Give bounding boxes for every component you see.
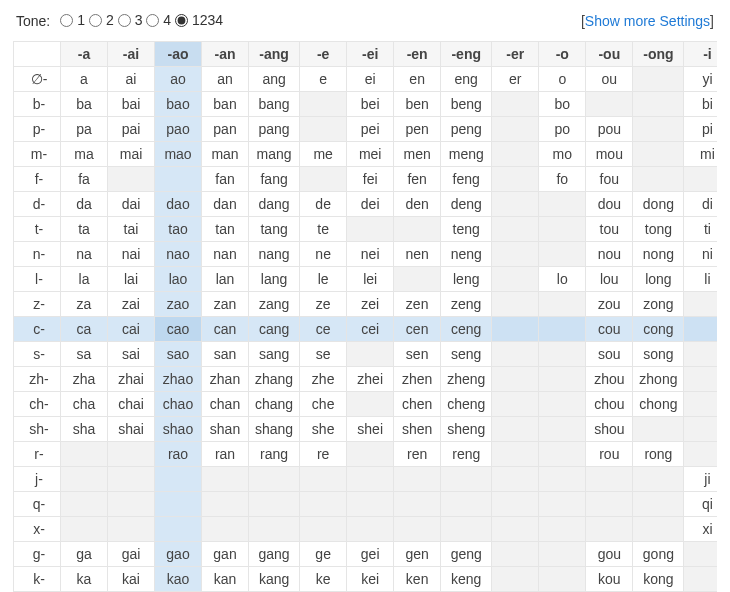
row-header[interactable]: p- [14,116,61,141]
syllable-cell[interactable]: nou [586,241,633,266]
syllable-cell[interactable]: sa [61,341,108,366]
syllable-cell[interactable]: lou [586,266,633,291]
syllable-cell[interactable]: sou [586,341,633,366]
syllable-cell[interactable]: se [300,341,347,366]
col-header[interactable]: -an [202,41,249,66]
syllable-cell[interactable]: tong [633,216,684,241]
syllable-cell[interactable]: bang [249,91,300,116]
syllable-cell[interactable]: bo [539,91,586,116]
syllable-cell[interactable]: nai [108,241,155,266]
syllable-cell[interactable]: zhong [633,366,684,391]
tone-radio-input-2[interactable] [89,14,102,27]
syllable-cell[interactable]: ang [249,66,300,91]
syllable-cell[interactable]: ba [61,91,108,116]
syllable-cell[interactable]: kou [586,566,633,591]
syllable-cell[interactable]: ei [347,66,394,91]
col-header[interactable]: -o [539,41,586,66]
syllable-cell[interactable]: na [61,241,108,266]
syllable-cell[interactable]: mo [539,141,586,166]
syllable-cell[interactable]: ma [61,141,108,166]
tone-radio-1234[interactable]: 1234 [175,12,223,28]
syllable-cell[interactable]: shen [394,416,441,441]
syllable-cell[interactable]: zao [155,291,202,316]
syllable-cell[interactable]: de [300,191,347,216]
syllable-cell[interactable]: pou [586,116,633,141]
syllable-cell[interactable]: zeng [441,291,492,316]
syllable-cell[interactable]: fan [202,166,249,191]
row-header[interactable]: c- [14,316,61,341]
syllable-cell[interactable]: eng [441,66,492,91]
syllable-cell[interactable]: deng [441,191,492,216]
syllable-cell[interactable]: re [300,441,347,466]
syllable-cell[interactable]: tan [202,216,249,241]
syllable-cell[interactable]: geng [441,541,492,566]
syllable-cell[interactable]: cen [394,316,441,341]
syllable-cell[interactable]: pao [155,116,202,141]
syllable-cell[interactable]: chan [202,391,249,416]
syllable-cell[interactable]: keng [441,566,492,591]
syllable-cell[interactable]: ai [108,66,155,91]
syllable-cell[interactable]: bei [347,91,394,116]
syllable-cell[interactable]: ao [155,66,202,91]
syllable-cell[interactable]: ren [394,441,441,466]
row-header[interactable]: sh- [14,416,61,441]
syllable-cell[interactable]: rong [633,441,684,466]
syllable-cell[interactable]: fen [394,166,441,191]
syllable-cell[interactable]: ka [61,566,108,591]
syllable-cell[interactable]: zei [347,291,394,316]
syllable-cell[interactable]: kan [202,566,249,591]
syllable-cell[interactable]: long [633,266,684,291]
syllable-cell[interactable]: shang [249,416,300,441]
syllable-cell[interactable]: cong [633,316,684,341]
syllable-cell[interactable]: e [300,66,347,91]
syllable-cell[interactable]: qi [684,491,718,516]
syllable-cell[interactable]: gai [108,541,155,566]
syllable-cell[interactable]: zhang [249,366,300,391]
syllable-cell[interactable]: mei [347,141,394,166]
syllable-cell[interactable]: lei [347,266,394,291]
syllable-cell[interactable]: dao [155,191,202,216]
syllable-cell[interactable]: sheng [441,416,492,441]
row-header[interactable]: r- [14,441,61,466]
syllable-cell[interactable]: den [394,191,441,216]
syllable-cell[interactable]: che [300,391,347,416]
syllable-cell[interactable]: zhen [394,366,441,391]
syllable-cell[interactable]: kao [155,566,202,591]
syllable-cell[interactable]: kang [249,566,300,591]
syllable-cell[interactable]: mai [108,141,155,166]
syllable-cell[interactable]: tai [108,216,155,241]
row-header[interactable]: ∅- [14,66,61,91]
syllable-cell[interactable]: bai [108,91,155,116]
row-header[interactable]: d- [14,191,61,216]
syllable-cell[interactable]: nao [155,241,202,266]
col-header[interactable]: -ang [249,41,300,66]
syllable-cell[interactable]: cai [108,316,155,341]
syllable-cell[interactable]: an [202,66,249,91]
syllable-cell[interactable]: tang [249,216,300,241]
syllable-cell[interactable]: a [61,66,108,91]
tone-radio-4[interactable]: 4 [146,12,171,28]
syllable-cell[interactable]: cang [249,316,300,341]
row-header[interactable]: ch- [14,391,61,416]
row-header[interactable]: k- [14,566,61,591]
syllable-cell[interactable]: fei [347,166,394,191]
syllable-cell[interactable]: cei [347,316,394,341]
syllable-cell[interactable]: ou [586,66,633,91]
row-header[interactable]: zh- [14,366,61,391]
col-header[interactable]: -i [684,41,718,66]
syllable-cell[interactable]: sang [249,341,300,366]
syllable-cell[interactable]: bi [684,91,718,116]
syllable-cell[interactable]: leng [441,266,492,291]
syllable-cell[interactable]: te [300,216,347,241]
syllable-cell[interactable]: zhao [155,366,202,391]
syllable-cell[interactable]: ce [300,316,347,341]
syllable-cell[interactable]: shan [202,416,249,441]
syllable-cell[interactable]: er [492,66,539,91]
syllable-cell[interactable]: song [633,341,684,366]
syllable-cell[interactable]: ge [300,541,347,566]
syllable-cell[interactable]: zheng [441,366,492,391]
syllable-cell[interactable]: nei [347,241,394,266]
syllable-cell[interactable]: mou [586,141,633,166]
syllable-cell[interactable]: shei [347,416,394,441]
syllable-cell[interactable]: tao [155,216,202,241]
